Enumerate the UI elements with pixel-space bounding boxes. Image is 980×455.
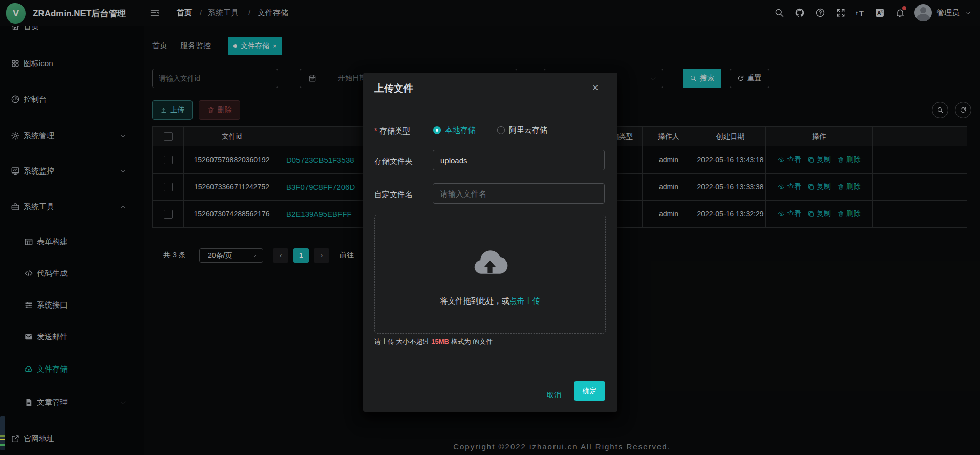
confirm-button[interactable]: 确定	[574, 381, 605, 401]
upload-dialog: 上传文件 × * 存储类型 本地存储 阿里云存储 存储文件夹 自定文件名 将文件…	[363, 73, 617, 412]
filename-label: 自定文件名	[374, 190, 413, 200]
required-asterisk: *	[374, 126, 377, 135]
folder-input[interactable]	[433, 150, 605, 170]
dialog-close-icon[interactable]: ×	[592, 82, 599, 94]
dialog-title: 上传文件	[374, 82, 413, 95]
folder-label: 存储文件夹	[374, 157, 413, 166]
size-limit: 15MB	[431, 338, 449, 345]
filename-input[interactable]	[433, 183, 605, 204]
cancel-button[interactable]: 取消	[542, 386, 566, 404]
upload-dropzone[interactable]: 将文件拖到此处，或点击上传	[374, 215, 606, 334]
upload-cloud-icon	[471, 248, 509, 278]
dropzone-text: 将文件拖到此处，或点击上传	[375, 296, 605, 306]
radio-aliyun-storage[interactable]: 阿里云存储	[497, 125, 547, 135]
upload-tip: 请上传 大小不超过 15MB 格式为 的文件	[374, 337, 493, 346]
click-to-upload-link[interactable]: 点击上传	[509, 296, 540, 305]
screen-edge-artifact	[0, 416, 5, 450]
radio-local-storage[interactable]: 本地存储	[433, 125, 476, 135]
storage-type-label: 存储类型	[379, 126, 410, 136]
radio-unselected-icon	[497, 126, 505, 134]
app-root: 首页 图标icon 控制台 系统管理 系统监控 系统工具 表单构建	[0, 0, 980, 455]
radio-selected-icon	[433, 126, 441, 134]
